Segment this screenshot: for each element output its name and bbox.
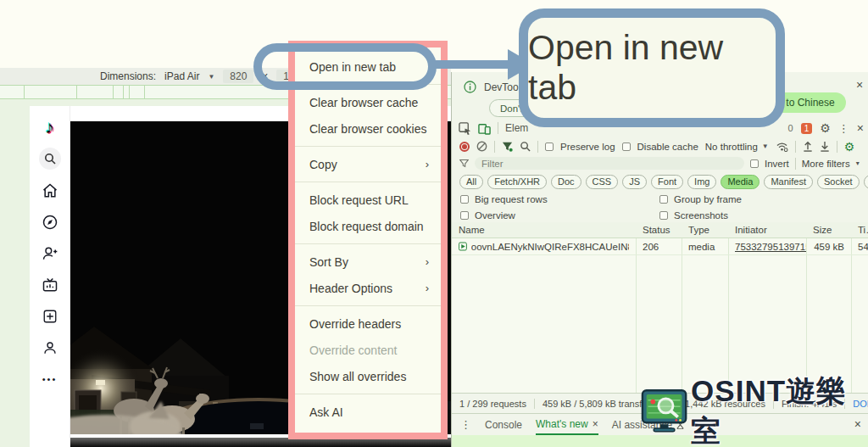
tab-close-icon[interactable]: × xyxy=(593,419,598,429)
infobar-message: DevToo xyxy=(484,81,519,93)
menu-item-ask-ai[interactable]: Ask AI xyxy=(295,399,441,425)
menu-item-clear-browser-cache[interactable]: Clear browser cache xyxy=(295,89,441,115)
annotation-callout: Open in new tab xyxy=(519,8,785,127)
menu-item-label: Clear browser cache xyxy=(309,96,418,109)
menu-separator xyxy=(295,182,441,182)
watermark-monitor-icon xyxy=(641,388,687,435)
filter-chip-fetch-xhr[interactable]: Fetch/XHR xyxy=(487,175,547,189)
menu-item-clear-browser-cookies[interactable]: Clear browser cookies xyxy=(295,115,441,142)
infobar-close-icon[interactable]: × xyxy=(856,79,863,91)
following-icon[interactable] xyxy=(40,243,60,264)
network-settings-gear-icon[interactable]: ⚙ xyxy=(844,140,855,154)
network-search-icon[interactable] xyxy=(520,141,531,152)
live-icon[interactable] xyxy=(40,275,60,295)
context-menu-highlight-frame: Open in new tabClear browser cacheClear … xyxy=(288,41,448,439)
preserve-log-checkbox[interactable] xyxy=(545,142,554,151)
drawer-tab-what-s-new[interactable]: What's new× xyxy=(536,414,598,435)
column-header-status[interactable]: Status xyxy=(636,225,682,235)
filter-chip-img[interactable]: Img xyxy=(687,175,716,189)
menu-item-show-all-overrides[interactable]: Show all overrides xyxy=(295,363,441,389)
inspect-icon[interactable] xyxy=(459,122,471,135)
menu-item-override-content: Override content xyxy=(295,337,441,363)
filter-input[interactable]: Filter xyxy=(475,157,744,170)
disable-cache-checkbox[interactable] xyxy=(622,142,631,151)
more-options-icon[interactable]: ⋮ xyxy=(838,122,849,135)
drawer-more-icon[interactable]: ⋮ xyxy=(460,418,471,431)
drawer-tab-label: Console xyxy=(485,419,522,431)
menu-item-sort-by[interactable]: Sort By› xyxy=(295,249,441,275)
menu-item-label: Sort By xyxy=(309,255,348,269)
column-header-name[interactable]: Name xyxy=(452,225,636,235)
invert-label: Invert xyxy=(765,159,789,169)
option-label: Screenshots xyxy=(674,210,728,221)
menu-item-header-options[interactable]: Header Options› xyxy=(295,275,441,301)
menu-item-block-request-domain[interactable]: Block request domain xyxy=(295,213,441,239)
watermark-text: OSINT遊樂室 xyxy=(691,372,868,447)
filter-chip-css[interactable]: CSS xyxy=(586,175,619,189)
more-icon[interactable]: ••• xyxy=(40,369,60,389)
column-header-type[interactable]: Type xyxy=(682,225,728,235)
filter-chip-wasm[interactable]: Wasm xyxy=(864,175,868,189)
throttling-caret-icon[interactable]: ▼ xyxy=(762,142,769,150)
filter-chip-media[interactable]: Media xyxy=(721,175,760,189)
record-icon[interactable] xyxy=(459,142,470,152)
more-filters-button[interactable]: More filters xyxy=(802,159,850,169)
filter-chip-doc[interactable]: Doc xyxy=(551,175,581,189)
devtools-close-icon[interactable]: × xyxy=(857,122,864,134)
explore-icon[interactable] xyxy=(40,212,60,232)
request-name: oovnLAENykNIwQIReFX8HCAUeIN8p… xyxy=(471,242,629,252)
tab-elements-partial[interactable]: Elem xyxy=(505,122,528,134)
checkbox[interactable] xyxy=(460,211,469,220)
filter-chip-js[interactable]: JS xyxy=(622,175,647,189)
option-label: Group by frame xyxy=(674,194,742,204)
menu-separator xyxy=(295,243,441,244)
column-header-size[interactable]: Size xyxy=(806,225,851,235)
chevron-down-icon[interactable]: ▼ xyxy=(208,73,214,81)
column-header-ti-[interactable]: Ti… xyxy=(851,225,868,235)
table-row[interactable]: oovnLAENykNIwQIReFX8HCAUeIN8p…206media75… xyxy=(452,238,868,255)
filter-chip-all[interactable]: All xyxy=(459,175,483,189)
throttling-select[interactable]: No throttling xyxy=(705,142,758,152)
more-filters-caret-icon[interactable]: ▾ xyxy=(856,159,860,167)
menu-item-label: Copy xyxy=(309,158,337,171)
filter-chip-font[interactable]: Font xyxy=(651,175,683,189)
tiktok-sidebar: ♪ ••• xyxy=(30,106,70,447)
filter-chip-manifest[interactable]: Manifest xyxy=(764,175,813,189)
table-header: NameStatusTypeInitiatorSizeTi… xyxy=(452,222,868,238)
menu-item-copy[interactable]: Copy› xyxy=(295,151,441,177)
menu-item-block-request-url[interactable]: Block request URL xyxy=(295,187,441,213)
export-har-icon[interactable] xyxy=(820,141,830,152)
dimensions-label: Dimensions: xyxy=(100,70,156,82)
option-label: Overview xyxy=(475,210,515,221)
import-har-icon[interactable] xyxy=(803,141,813,152)
device-toolbar-icon[interactable] xyxy=(478,122,491,135)
checkbox[interactable] xyxy=(659,211,668,220)
menu-item-label: Override content xyxy=(309,344,398,357)
issues-badge[interactable]: 1 xyxy=(801,123,813,134)
width-field[interactable]: 820 xyxy=(223,70,253,83)
filter-chip-socket[interactable]: Socket xyxy=(817,175,860,189)
filter-input-funnel-icon xyxy=(459,159,469,168)
invert-checkbox[interactable] xyxy=(750,159,759,168)
tiktok-logo-icon[interactable]: ♪ xyxy=(40,116,60,137)
profile-icon[interactable] xyxy=(40,338,60,358)
checkbox[interactable] xyxy=(659,195,668,204)
upload-icon[interactable] xyxy=(40,306,60,327)
menu-item-override-headers[interactable]: Override headers xyxy=(295,310,441,337)
clear-icon[interactable] xyxy=(476,141,487,152)
checkbox[interactable] xyxy=(460,195,469,204)
network-conditions-icon[interactable] xyxy=(776,141,788,152)
search-icon[interactable] xyxy=(39,148,61,170)
menu-item-label: Block request domain xyxy=(309,220,424,233)
column-header-initiator[interactable]: Initiator xyxy=(728,225,806,235)
settings-gear-icon[interactable]: ⚙ xyxy=(820,121,831,135)
cell-initiator[interactable]: 7533279513971576 xyxy=(728,242,806,252)
device-select[interactable]: iPad Air xyxy=(164,70,199,82)
network-toolbar: Preserve log Disable cache No throttling… xyxy=(452,137,868,155)
submenu-arrow-icon: › xyxy=(426,255,429,268)
callout-text: Open in new tab xyxy=(528,28,776,108)
drawer-tab-console[interactable]: Console xyxy=(485,414,522,435)
home-icon[interactable] xyxy=(40,181,60,201)
screenshot-root: Dimensions: iPad Air ▼ 820 × 1180 75% N … xyxy=(0,0,868,447)
filter-funnel-icon[interactable] xyxy=(502,141,513,152)
